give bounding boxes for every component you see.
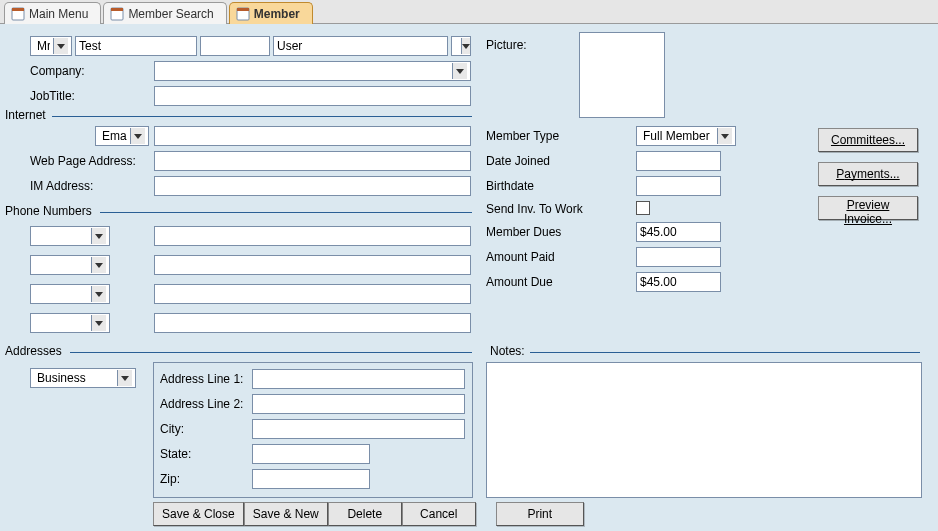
- svg-marker-7: [462, 44, 470, 49]
- amount-due-label: Amount Due: [486, 275, 553, 289]
- first-name-input[interactable]: [75, 36, 197, 56]
- dropdown-icon[interactable]: [130, 128, 145, 144]
- email-input[interactable]: [154, 126, 471, 146]
- member-type-select[interactable]: [636, 126, 736, 146]
- phone-number-3[interactable]: [154, 284, 471, 304]
- svg-marker-6: [57, 44, 65, 49]
- payments-button[interactable]: Payments...: [818, 162, 918, 186]
- tab-bar: Main Menu Member Search Member: [0, 0, 938, 24]
- im-label: IM Address:: [30, 179, 93, 193]
- committees-button[interactable]: Committees...: [818, 128, 918, 152]
- member-form: Company: JobTitle: Picture: Internet Web…: [0, 24, 938, 531]
- picture-box[interactable]: [579, 32, 665, 118]
- divider: [100, 212, 472, 213]
- dropdown-icon[interactable]: [91, 315, 106, 331]
- phone-group-label: Phone Numbers: [1, 204, 96, 218]
- amount-paid-input[interactable]: [636, 247, 721, 267]
- title-select-input[interactable]: [34, 38, 53, 54]
- middle-name-input[interactable]: [200, 36, 270, 56]
- webpage-label: Web Page Address:: [30, 154, 136, 168]
- zip-input[interactable]: [252, 469, 370, 489]
- save-close-button[interactable]: Save & Close: [153, 502, 244, 526]
- addr-line1-input[interactable]: [252, 369, 465, 389]
- amount-paid-label: Amount Paid: [486, 250, 555, 264]
- member-dues-label: Member Dues: [486, 225, 561, 239]
- state-input[interactable]: [252, 444, 370, 464]
- bottom-toolbar: Save & Close Save & New Delete Cancel Pr…: [153, 502, 584, 526]
- addresses-group-label: Addresses: [1, 344, 66, 358]
- amount-due-input[interactable]: [636, 272, 721, 292]
- jobtitle-label: JobTitle:: [30, 89, 75, 103]
- form-icon: [236, 7, 250, 21]
- suffix-select[interactable]: [451, 36, 471, 56]
- svg-marker-9: [134, 134, 142, 139]
- dropdown-icon[interactable]: [53, 38, 68, 54]
- dropdown-icon[interactable]: [461, 38, 470, 54]
- preview-invoice-button[interactable]: Preview Invoice...: [818, 196, 918, 220]
- phone-number-2[interactable]: [154, 255, 471, 275]
- send-inv-checkbox[interactable]: [636, 201, 650, 215]
- date-joined-label: Date Joined: [486, 154, 550, 168]
- svg-marker-8: [456, 69, 464, 74]
- notes-input[interactable]: [486, 362, 922, 498]
- email-channel-input[interactable]: [99, 128, 130, 144]
- address-type-select[interactable]: [30, 368, 136, 388]
- save-new-button[interactable]: Save & New: [244, 502, 328, 526]
- svg-rect-5: [237, 8, 249, 11]
- last-name-input[interactable]: [273, 36, 448, 56]
- divider: [52, 116, 472, 117]
- form-icon: [11, 7, 25, 21]
- title-select[interactable]: [30, 36, 72, 56]
- city-input[interactable]: [252, 419, 465, 439]
- divider: [530, 352, 920, 353]
- date-joined-input[interactable]: [636, 151, 721, 171]
- tab-member[interactable]: Member: [229, 2, 313, 24]
- phone-type-1[interactable]: [30, 226, 110, 246]
- cancel-button[interactable]: Cancel: [402, 502, 476, 526]
- city-label: City:: [160, 422, 184, 436]
- addr-line1-label: Address Line 1:: [160, 372, 243, 386]
- webpage-input[interactable]: [154, 151, 471, 171]
- dropdown-icon[interactable]: [452, 63, 467, 79]
- member-type-input[interactable]: [640, 128, 717, 144]
- divider: [70, 352, 472, 353]
- company-label: Company:: [30, 64, 85, 78]
- svg-rect-1: [12, 8, 24, 11]
- state-label: State:: [160, 447, 191, 461]
- company-select[interactable]: [154, 61, 471, 81]
- phone-type-3[interactable]: [30, 284, 110, 304]
- email-channel-select[interactable]: [95, 126, 149, 146]
- member-dues-input[interactable]: [636, 222, 721, 242]
- dropdown-icon[interactable]: [91, 286, 106, 302]
- birthdate-input[interactable]: [636, 176, 721, 196]
- tab-label: Member Search: [128, 7, 213, 21]
- svg-marker-13: [95, 321, 103, 326]
- send-inv-label: Send Inv. To Work: [486, 202, 583, 216]
- delete-button[interactable]: Delete: [328, 502, 402, 526]
- notes-label: Notes:: [486, 344, 529, 358]
- addr-line2-label: Address Line 2:: [160, 397, 243, 411]
- im-input[interactable]: [154, 176, 471, 196]
- print-button[interactable]: Print: [496, 502, 584, 526]
- svg-marker-14: [721, 134, 729, 139]
- phone-number-1[interactable]: [154, 226, 471, 246]
- dropdown-icon[interactable]: [91, 228, 106, 244]
- company-input[interactable]: [158, 63, 452, 79]
- phone-type-2[interactable]: [30, 255, 110, 275]
- svg-marker-11: [95, 263, 103, 268]
- dropdown-icon[interactable]: [91, 257, 106, 273]
- address-type-input[interactable]: [34, 370, 117, 386]
- svg-marker-12: [95, 292, 103, 297]
- dropdown-icon[interactable]: [117, 370, 132, 386]
- tab-member-search[interactable]: Member Search: [103, 2, 226, 24]
- addr-line2-input[interactable]: [252, 394, 465, 414]
- svg-marker-15: [121, 376, 129, 381]
- tab-main-menu[interactable]: Main Menu: [4, 2, 101, 24]
- tab-label: Member: [254, 7, 300, 21]
- phone-number-4[interactable]: [154, 313, 471, 333]
- svg-marker-10: [95, 234, 103, 239]
- internet-group-label: Internet: [1, 108, 50, 122]
- dropdown-icon[interactable]: [717, 128, 732, 144]
- jobtitle-input[interactable]: [154, 86, 471, 106]
- phone-type-4[interactable]: [30, 313, 110, 333]
